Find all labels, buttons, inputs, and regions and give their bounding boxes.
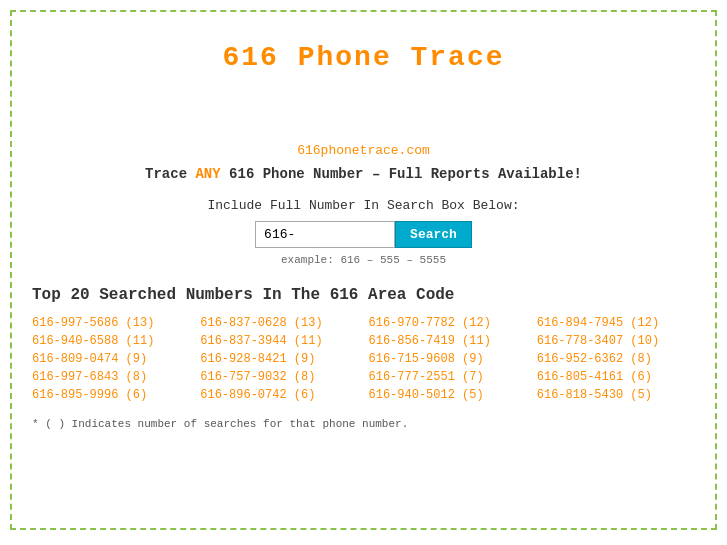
phone-link[interactable]: 616-997-5686 (13) [32, 316, 190, 330]
phone-link[interactable]: 616-896-0742 (6) [200, 388, 358, 402]
phone-link[interactable]: 616-778-3407 (10) [537, 334, 695, 348]
phone-link[interactable]: 616-809-0474 (9) [32, 352, 190, 366]
phone-link[interactable]: 616-715-9608 (9) [369, 352, 527, 366]
phone-link[interactable]: 616-837-3944 (11) [200, 334, 358, 348]
phone-link[interactable]: 616-856-7419 (11) [369, 334, 527, 348]
tagline: Trace ANY 616 Phone Number – Full Report… [32, 166, 695, 182]
tagline-prefix: Trace [145, 166, 195, 182]
top-numbers-heading: Top 20 Searched Numbers In The 616 Area … [32, 286, 695, 304]
phone-link[interactable]: 616-895-9996 (6) [32, 388, 190, 402]
numbers-grid: 616-997-5686 (13)616-837-0628 (13)616-97… [32, 316, 695, 402]
phone-link[interactable]: 616-952-6362 (8) [537, 352, 695, 366]
phone-link[interactable]: 616-757-9032 (8) [200, 370, 358, 384]
phone-link[interactable]: 616-928-8421 (9) [200, 352, 358, 366]
phone-link[interactable]: 616-940-6588 (11) [32, 334, 190, 348]
tagline-suffix: 616 Phone Number – Full Reports Availabl… [221, 166, 582, 182]
page-container: 616 Phone Trace 616phonetrace.com Trace … [10, 10, 717, 530]
example-text: example: 616 – 555 – 5555 [32, 254, 695, 266]
search-label: Include Full Number In Search Box Below: [32, 198, 695, 213]
phone-link[interactable]: 616-805-4161 (6) [537, 370, 695, 384]
page-title: 616 Phone Trace [32, 22, 695, 83]
tagline-any: ANY [195, 166, 220, 182]
site-url: 616phonetrace.com [32, 143, 695, 158]
phone-link[interactable]: 616-940-5012 (5) [369, 388, 527, 402]
phone-link[interactable]: 616-894-7945 (12) [537, 316, 695, 330]
footnote: * ( ) Indicates number of searches for t… [32, 418, 695, 430]
search-button[interactable]: Search [395, 221, 472, 248]
phone-link[interactable]: 616-837-0628 (13) [200, 316, 358, 330]
search-input[interactable] [255, 221, 395, 248]
phone-link[interactable]: 616-970-7782 (12) [369, 316, 527, 330]
phone-link[interactable]: 616-818-5430 (5) [537, 388, 695, 402]
phone-link[interactable]: 616-777-2551 (7) [369, 370, 527, 384]
phone-link[interactable]: 616-997-6843 (8) [32, 370, 190, 384]
search-row: Search [32, 221, 695, 248]
